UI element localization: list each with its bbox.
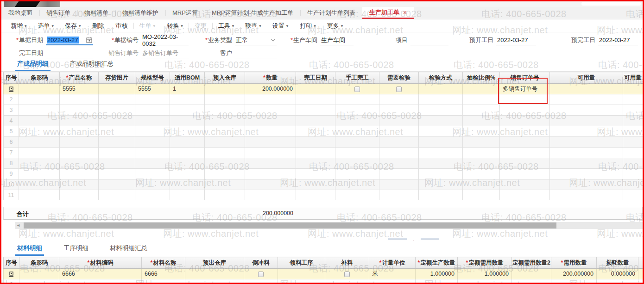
cell-available-qty[interactable] [550,94,623,105]
cell-bom[interactable] [170,179,205,190]
page-tab-my-desktop[interactable]: 我的桌面 [1,7,39,19]
save-button[interactable]: 保存▾ [59,19,87,32]
page-tab-sales-order[interactable]: 销售订单 [39,7,77,19]
cell-qty[interactable] [245,169,296,179]
tab-product-detail[interactable]: 产成品明细 [15,60,51,71]
finish-date-input[interactable] [46,49,93,58]
cell-stock-image[interactable] [99,84,135,94]
cell-need-inspect[interactable] [379,116,419,126]
row-number[interactable]: 11 [4,190,19,201]
cell-inspect-method[interactable] [419,116,463,126]
tools-button[interactable]: 工具▾ [213,19,240,32]
biz-type-input[interactable]: 正常 [235,36,277,45]
cell-manual-finish[interactable] [335,169,379,179]
tab-process-detail[interactable]: 工序明细 [62,244,90,256]
cell-sampling-ratio[interactable] [463,116,500,126]
cell-bom[interactable] [170,158,205,169]
cell-spec-model[interactable] [135,148,170,158]
cell-inspect-method[interactable] [419,169,463,179]
customer-input[interactable] [235,49,277,58]
cell-available-qty[interactable] [550,148,623,158]
row-number[interactable]: 6 [4,137,19,148]
cell-manual-finish[interactable] [335,84,379,94]
cell-unit[interactable]: 米 [369,269,416,279]
cell-qty[interactable] [245,179,296,190]
cell-barcode[interactable] [19,179,60,190]
cell-bom[interactable] [170,190,205,201]
close-icon[interactable]: × [403,9,407,16]
cell-product-name[interactable] [60,116,99,126]
add-button[interactable]: 新增▾ [5,19,32,32]
cell-stock-image[interactable] [99,190,135,201]
cell-product-name[interactable] [60,190,99,201]
cell-finish-date[interactable] [296,158,335,169]
cell-in-warehouse[interactable] [205,126,245,137]
cell-manual-finish[interactable] [335,148,379,158]
cell-barcode[interactable] [19,84,60,94]
cell-sampling-ratio[interactable] [463,148,500,158]
cell-barcode[interactable] [19,169,60,179]
cell-available-qty-2[interactable] [623,116,643,126]
cell-spec-model[interactable]: 5555 [135,84,170,94]
cell-extra[interactable] [638,279,643,283]
row-number[interactable]: 2 [4,94,19,105]
cell-picking-process[interactable] [278,279,325,283]
cell-sale-order-no[interactable]: 多销售订单号 [500,84,550,94]
cell-qty[interactable] [245,105,296,116]
cell-sale-order-no[interactable] [500,116,550,126]
cell-barcode[interactable] [19,158,60,169]
cell-spec-model[interactable] [135,105,170,116]
cell-in-warehouse[interactable] [205,179,245,190]
cell-stock-image[interactable] [99,116,135,126]
cell-in-warehouse[interactable] [205,116,245,126]
cell-finish-date[interactable] [296,116,335,126]
page-tab-bom[interactable]: 物料清单 [77,7,115,19]
cell-manual-finish[interactable] [335,137,379,148]
cell-out-warehouse[interactable] [185,279,244,283]
cell-stock-image[interactable] [99,179,135,190]
cell-inspect-method[interactable] [419,148,463,158]
cell-available-qty-2[interactable] [623,169,643,179]
cell-spec-model[interactable] [135,126,170,137]
cell-extra[interactable] [638,269,643,279]
cell-spec-model[interactable] [135,94,170,105]
cell-in-warehouse[interactable] [205,94,245,105]
cell-finish-date[interactable] [296,105,335,116]
cell-barcode[interactable] [19,279,59,283]
cell-manual-finish[interactable] [335,179,379,190]
cell-finish-date[interactable] [296,169,335,179]
cell-stock-image[interactable] [99,126,135,137]
cell-sampling-ratio[interactable] [463,105,500,116]
calendar-icon[interactable] [86,37,92,43]
cell-picking-process[interactable] [278,269,325,279]
cell-barcode[interactable] [19,105,60,116]
scroll-left-arrow-icon[interactable]: ◄ [16,222,20,228]
cell-barcode[interactable] [19,126,60,137]
cell-material-name[interactable]: 6666 [142,269,185,279]
row-number[interactable]: 9 [4,169,19,179]
project-input[interactable] [410,36,448,45]
cell-sampling-ratio[interactable] [463,126,500,137]
cell-finish-date[interactable] [296,179,335,190]
cell-qty[interactable]: 200.000000 [245,84,296,94]
cell-manual-finish[interactable] [335,126,379,137]
cell-available-qty-2[interactable] [623,190,643,201]
plan-finish-date-input[interactable]: 2022-03-27 [598,36,638,45]
cell-bom[interactable] [170,126,205,137]
cell-sale-order-no[interactable] [500,126,550,137]
need-inspect-checkbox[interactable] [396,86,402,92]
cell-stock-image[interactable] [99,94,135,105]
cell-available-qty-2[interactable] [623,179,643,190]
settings-button[interactable]: 设置▾ [267,19,294,32]
top-scrollbar-thumb[interactable] [581,2,641,6]
cell-available-qty[interactable] [550,169,623,179]
cell-barcode[interactable] [19,269,59,279]
cell-sale-order-no[interactable] [500,94,550,105]
row-number[interactable]: 7 [4,148,19,158]
cell-quota-req-qty-2[interactable] [512,269,551,279]
cell-backflush[interactable] [244,269,278,279]
cell-bom[interactable] [170,116,205,126]
cell-sampling-ratio[interactable] [463,169,500,179]
row-selector[interactable] [4,269,19,279]
cell-product-name[interactable] [60,169,99,179]
